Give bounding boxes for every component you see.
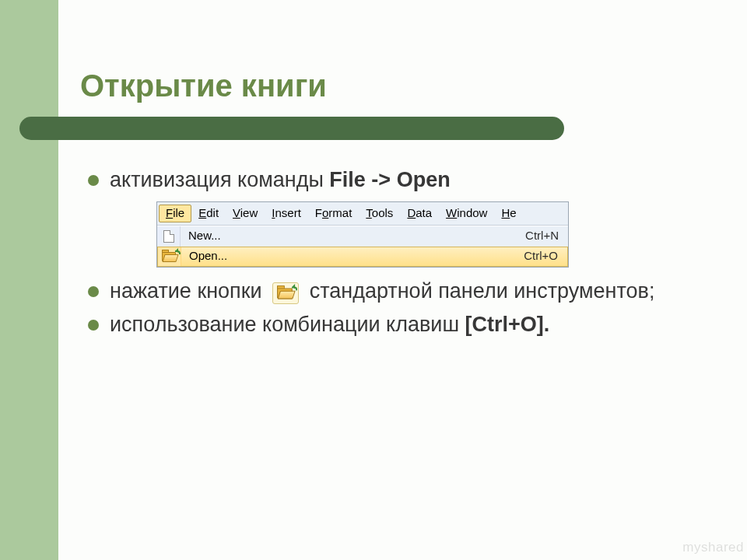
menu-data[interactable]: Data	[400, 205, 439, 222]
menu-window[interactable]: Window	[439, 205, 494, 222]
watermark: myshared	[682, 540, 747, 555]
content-area: активизация команды File -> Open File Ed…	[83, 167, 721, 346]
bullet-2-after: стандартной панели инструментов;	[310, 279, 655, 303]
open-folder-icon	[276, 286, 295, 300]
bullet-3-bold: [Ctrl+O].	[465, 313, 550, 336]
menu-format[interactable]: Format	[308, 205, 359, 222]
bullet-1: активизация команды File -> Open File Ed…	[83, 167, 721, 268]
menubar-screenshot: File Edit View Insert Format Tools Data …	[156, 201, 569, 268]
dropdown-label: New...	[181, 229, 525, 243]
toolbar-open-button[interactable]	[272, 282, 299, 304]
menu-help[interactable]: He	[494, 205, 523, 222]
bullet-3: использование комбинации клавиш [Ctrl+O]…	[83, 312, 721, 338]
bullet-1-bold: File -> Open	[329, 168, 450, 191]
slide: Открытие книги активизация команды File …	[58, 0, 747, 560]
bullet-2-before: нажатие кнопки	[110, 279, 268, 303]
menu-tools[interactable]: Tools	[359, 205, 400, 222]
bullet-1-text: активизация команды	[110, 168, 329, 191]
dropdown-shortcut: Ctrl+O	[524, 249, 567, 264]
accent-bar	[19, 117, 564, 140]
dropdown-shortcut: Ctrl+N	[525, 229, 568, 243]
bullet-2: нажатие кнопки стандартной панели инстру…	[83, 278, 721, 305]
slide-title: Открытие книги	[80, 68, 327, 103]
bullet-list: активизация команды File -> Open File Ed…	[83, 167, 721, 338]
menu-file[interactable]: File	[159, 205, 191, 222]
menu-edit[interactable]: Edit	[191, 205, 226, 222]
dropdown-label: Open...	[181, 249, 524, 264]
dropdown-item-open[interactable]: Open... Ctrl+O	[157, 247, 568, 267]
new-document-icon	[157, 226, 181, 247]
bullet-3-text: использование комбинации клавиш	[110, 313, 465, 336]
file-dropdown: New... Ctrl+N Open... Ctrl+O	[157, 226, 568, 267]
dropdown-item-new[interactable]: New... Ctrl+N	[157, 226, 568, 247]
menubar: File Edit View Insert Format Tools Data …	[157, 202, 568, 226]
menu-view[interactable]: View	[226, 205, 265, 222]
menu-insert[interactable]: Insert	[265, 205, 308, 222]
open-folder-icon	[158, 247, 181, 266]
